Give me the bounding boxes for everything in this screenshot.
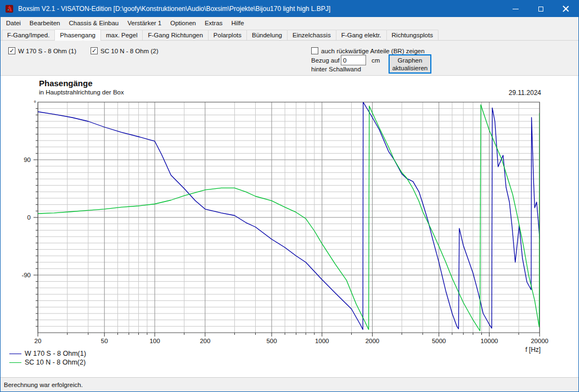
svg-text:5000: 5000: [432, 338, 446, 344]
grid-major: [38, 102, 539, 333]
y-axis-unit-label: °: [34, 99, 36, 106]
driver-checkbox-2-box[interactable]: ✓: [91, 47, 98, 54]
br-checkbox-slot: auch rückwärtige Anteile (BR) zeigen: [311, 47, 425, 54]
maximize-button[interactable]: [528, 1, 553, 17]
update-graphs-label-line1: Graphen: [398, 57, 423, 64]
update-graphs-button[interactable]: Graphenaktualisieren: [389, 54, 431, 74]
tab-einzelchassis[interactable]: Einzelchassis: [287, 30, 336, 40]
close-button[interactable]: [553, 1, 578, 17]
menu-extras[interactable]: Extras: [200, 17, 227, 29]
status-text: Berechnung war erfolgreich.: [4, 382, 83, 388]
phase-chart-svg: 20501002005001000200050001000020000900-9…: [1, 76, 579, 378]
driver-checkbox-2[interactable]: ✓SC 10 N - 8 Ohm (2): [91, 47, 158, 54]
chart-title: Phasengänge: [39, 79, 93, 88]
menu-optionen[interactable]: Optionen: [166, 17, 200, 29]
minimize-icon: [513, 9, 519, 9]
svg-text:1000: 1000: [315, 338, 329, 344]
svg-text:500: 500: [266, 338, 277, 344]
svg-text:2000: 2000: [366, 338, 380, 344]
legend-label: W 170 S - 8 Ohm(1): [25, 350, 86, 357]
window-title: Boxsim V2.1 - VISATON-Edition [D:\goofy\…: [18, 5, 330, 13]
br-checkbox[interactable]: auch rückwärtige Anteile (BR) zeigen: [311, 47, 425, 54]
series-line-w-170-s-8-ohm-1: [38, 102, 539, 329]
minimize-button[interactable]: [503, 1, 528, 17]
menu-chassis-einbau[interactable]: Chassis & Einbau: [64, 17, 123, 29]
x-tick-labels: 20501002005001000200050001000020000: [35, 338, 549, 344]
legend-label: SC 10 N - 8 Ohm(2): [25, 359, 86, 366]
update-graphs-label-line2: aktualisieren: [392, 65, 428, 71]
close-icon: [563, 5, 569, 12]
controls-panel: ✓W 170 S - 8 Ohm (1)✓SC 10 N - 8 Ohm (2)…: [1, 41, 578, 76]
driver-checkbox-1[interactable]: ✓W 170 S - 8 Ohm (1): [8, 47, 76, 54]
phase-chart: 20501002005001000200050001000020000900-9…: [1, 76, 579, 380]
app-icon: [5, 4, 14, 13]
chart-subtitle: in Hauptstrahlrichtung der Box: [39, 89, 124, 96]
driver-checkbox-1-box[interactable]: ✓: [8, 47, 15, 54]
tab-f-gang-richtungen[interactable]: F-Gang Richtungen: [142, 30, 208, 40]
br-checkbox-box[interactable]: [311, 47, 318, 54]
tab-f-gang-elektr[interactable]: F-Gang elektr.: [336, 30, 387, 40]
menu-bar: DateiBearbeitenChassis & EinbauVerstärke…: [1, 17, 578, 29]
legend-item-w-170-s-8-ohm-1: W 170 S - 8 Ohm(1): [9, 349, 86, 358]
svg-text:10000: 10000: [480, 338, 498, 344]
bezug-sub-label: hinter Schallwand: [311, 66, 361, 72]
svg-text:-90: -90: [21, 272, 31, 278]
tab-bar: F-Gang/Imped.Phasengangmax. PegelF-Gang …: [1, 29, 578, 41]
menu-verstärker-1[interactable]: Verstärker 1: [123, 17, 166, 29]
chart-legend: W 170 S - 8 Ohm(1)SC 10 N - 8 Ohm(2): [9, 349, 86, 367]
tab-richtungsplots[interactable]: Richtungsplots: [386, 30, 439, 40]
menu-hilfe[interactable]: Hilfe: [227, 17, 249, 29]
legend-item-sc-10-n-8-ohm-2: SC 10 N - 8 Ohm(2): [9, 358, 86, 367]
svg-text:20: 20: [35, 338, 42, 344]
title-bar: Boxsim V2.1 - VISATON-Edition [D:\goofy\…: [1, 1, 578, 17]
menu-datei[interactable]: Datei: [2, 17, 25, 29]
svg-text:100: 100: [149, 338, 160, 344]
tab-f-gang-imped[interactable]: F-Gang/Imped.: [2, 30, 55, 40]
series-line-sc-10-n-8-ohm-2: [38, 105, 539, 331]
app-window: Boxsim V2.1 - VISATON-Edition [D:\goofy\…: [0, 0, 579, 392]
maximize-icon: [538, 7, 543, 12]
svg-text:90: 90: [24, 156, 31, 163]
svg-text:50: 50: [101, 338, 108, 344]
y-tick-labels: 900-90: [21, 156, 31, 278]
chart-date: 29.11.2024: [456, 89, 541, 97]
bezug-input[interactable]: [341, 55, 366, 65]
svg-text:200: 200: [200, 338, 210, 344]
br-checkbox-label: auch rückwärtige Anteile (BR) zeigen: [321, 48, 425, 54]
legend-line-swatch: [9, 354, 21, 354]
axis-ticks: [33, 109, 539, 337]
x-axis-label: f [Hz]: [525, 346, 541, 354]
chart-region: 20501002005001000200050001000020000900-9…: [1, 76, 578, 378]
tab-bündelung[interactable]: Bündelung: [246, 30, 288, 40]
bezug-label: Bezug auf: [311, 57, 340, 64]
tab-phasengang[interactable]: Phasengang: [54, 29, 101, 41]
svg-text:20000: 20000: [531, 338, 548, 344]
menu-bearbeiten[interactable]: Bearbeiten: [25, 17, 65, 29]
legend-line-swatch: [9, 362, 21, 363]
driver-checkbox-2-label: SC 10 N - 8 Ohm (2): [100, 48, 158, 54]
bezug-unit-label: cm: [372, 57, 380, 64]
tab-polarplots[interactable]: Polarplots: [208, 30, 247, 40]
svg-text:0: 0: [27, 214, 31, 221]
status-bar: Berechnung war erfolgreich.: [1, 377, 578, 391]
tab-max-pegel[interactable]: max. Pegel: [100, 30, 143, 40]
driver-checkbox-1-label: W 170 S - 8 Ohm (1): [18, 48, 76, 54]
driver-checkbox-group: ✓W 170 S - 8 Ohm (1)✓SC 10 N - 8 Ohm (2): [8, 47, 159, 54]
